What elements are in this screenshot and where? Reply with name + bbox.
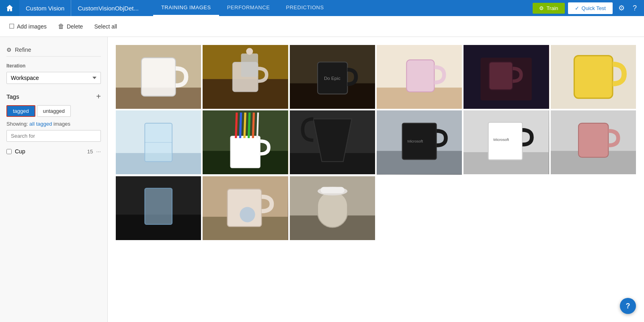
project-name: CustomVisionObjDet... (71, 0, 145, 16)
tag-cup-name: Cup (15, 148, 84, 155)
table-row[interactable]: Microsoft (464, 110, 549, 174)
tab-training-images[interactable]: TRAINING IMAGES (153, 0, 219, 16)
select-all-button[interactable]: Select all (93, 21, 118, 32)
svg-point-7 (246, 48, 253, 55)
delete-icon: 🗑 (58, 23, 64, 30)
content-area: Do Epic (108, 37, 644, 322)
svg-point-53 (240, 207, 255, 222)
search-input[interactable] (6, 130, 101, 142)
cup-checkbox[interactable] (6, 149, 12, 154)
refine-icon: ⚙ (6, 47, 12, 53)
svg-rect-46 (578, 123, 608, 157)
table-row[interactable] (116, 176, 201, 240)
image-grid: Do Epic (116, 45, 636, 240)
help-icon[interactable]: ? (630, 4, 639, 12)
main-tabs: TRAINING IMAGES PERFORMANCE PREDICTIONS (153, 0, 332, 16)
svg-rect-14 (406, 60, 434, 92)
svg-line-29 (244, 113, 245, 139)
svg-text:Do Epic: Do Epic (324, 75, 340, 81)
table-row[interactable] (551, 45, 636, 109)
check-icon: ✓ (575, 5, 579, 11)
table-row[interactable] (464, 45, 549, 109)
main-layout: ⚙ Refine Iteration Workspace Tags + tagg… (0, 37, 644, 322)
tag-more-icon[interactable]: ··· (96, 148, 101, 155)
table-row[interactable]: Do Epic (290, 45, 375, 109)
svg-text:Microsoft: Microsoft (407, 139, 423, 143)
table-row[interactable] (377, 45, 462, 109)
top-navigation: Custom Vision CustomVisionObjDet... TRAI… (0, 0, 644, 16)
svg-rect-6 (241, 53, 258, 77)
sidebar: ⚙ Refine Iteration Workspace Tags + tagg… (0, 37, 108, 322)
tagged-button[interactable]: tagged (6, 105, 35, 117)
showing-text: Showing: all tagged images (6, 121, 101, 127)
app-name: Custom Vision (19, 0, 71, 16)
svg-rect-19 (574, 56, 613, 98)
svg-rect-58 (320, 187, 344, 193)
svg-rect-56 (318, 191, 347, 227)
svg-line-28 (240, 113, 241, 139)
train-button[interactable]: ⚙ Train (533, 3, 564, 14)
tab-predictions[interactable]: PREDICTIONS (278, 0, 332, 16)
refine-section[interactable]: ⚙ Refine (6, 43, 101, 57)
svg-line-27 (236, 113, 237, 139)
home-button[interactable] (0, 0, 19, 16)
help-fab[interactable]: ? (620, 298, 636, 314)
tags-section: Tags + tagged untagged Showing: all tagg… (6, 92, 101, 156)
table-row[interactable] (116, 45, 201, 109)
svg-rect-26 (230, 136, 260, 168)
add-tag-icon[interactable]: + (96, 92, 101, 101)
svg-rect-49 (145, 188, 172, 224)
settings-icon[interactable]: ⚙ (616, 4, 627, 12)
tag-cup-count: 15 (87, 149, 93, 155)
cog-icon: ⚙ (539, 5, 544, 11)
table-row[interactable] (551, 110, 636, 174)
showing-link[interactable]: all tagged (29, 121, 52, 127)
svg-text:Microsoft: Microsoft (494, 138, 509, 142)
untagged-button[interactable]: untagged (37, 105, 71, 117)
table-row[interactable] (290, 110, 375, 174)
svg-line-30 (249, 113, 250, 139)
table-row[interactable] (290, 176, 375, 240)
tab-performance[interactable]: PERFORMANCE (219, 0, 278, 16)
delete-button[interactable]: 🗑 Delete (57, 20, 84, 33)
right-actions: ⚙ Train ✓ Quick Test ⚙ ? (533, 2, 644, 14)
list-item: Cup 15 ··· (6, 147, 101, 156)
iteration-select[interactable]: Workspace (6, 72, 101, 84)
tags-header: Tags + (6, 92, 101, 101)
toolbar: ☐ Add images 🗑 Delete Select all (0, 16, 644, 37)
table-row[interactable]: Microsoft (377, 110, 462, 174)
add-images-icon: ☐ (9, 22, 14, 30)
tag-filter-buttons: tagged untagged (6, 105, 101, 117)
svg-line-31 (253, 113, 254, 139)
svg-rect-17 (489, 62, 513, 90)
table-row[interactable] (116, 110, 201, 174)
quick-test-button[interactable]: ✓ Quick Test (568, 2, 613, 14)
svg-line-32 (257, 113, 258, 139)
table-row[interactable] (203, 45, 288, 109)
table-row[interactable] (203, 110, 288, 174)
table-row[interactable] (203, 176, 288, 240)
svg-rect-2 (142, 58, 176, 96)
iteration-label: Iteration (6, 63, 101, 69)
add-images-button[interactable]: ☐ Add images (8, 20, 47, 33)
